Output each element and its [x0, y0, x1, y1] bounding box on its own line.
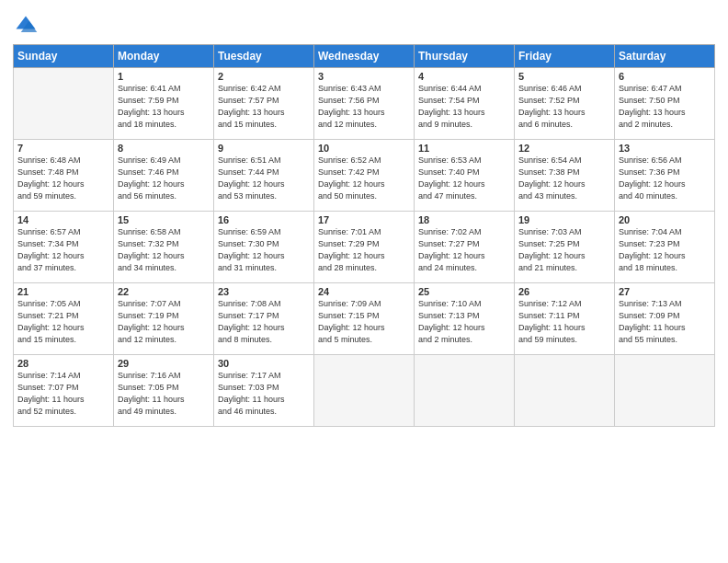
day-cell: 18Sunrise: 7:02 AM Sunset: 7:27 PM Dayli… [415, 212, 515, 283]
day-info: Sunrise: 6:52 AM Sunset: 7:42 PM Dayligh… [318, 155, 410, 202]
day-cell: 11Sunrise: 6:53 AM Sunset: 7:40 PM Dayli… [415, 140, 515, 212]
day-info: Sunrise: 6:49 AM Sunset: 7:46 PM Dayligh… [118, 155, 210, 202]
day-info: Sunrise: 6:54 AM Sunset: 7:38 PM Dayligh… [518, 155, 610, 202]
day-info: Sunrise: 6:42 AM Sunset: 7:57 PM Dayligh… [218, 83, 310, 131]
day-info: Sunrise: 6:57 AM Sunset: 7:34 PM Dayligh… [17, 226, 109, 274]
day-cell: 6Sunrise: 6:47 AM Sunset: 7:50 PM Daylig… [615, 68, 715, 140]
day-info: Sunrise: 6:53 AM Sunset: 7:40 PM Dayligh… [418, 155, 510, 202]
day-cell: 19Sunrise: 7:03 AM Sunset: 7:25 PM Dayli… [515, 212, 615, 283]
day-number: 1 [118, 71, 210, 82]
day-number: 27 [619, 286, 711, 297]
day-info: Sunrise: 6:59 AM Sunset: 7:30 PM Dayligh… [218, 226, 310, 274]
day-info: Sunrise: 7:04 AM Sunset: 7:23 PM Dayligh… [619, 226, 711, 274]
col-header-thursday: Thursday [415, 45, 515, 68]
day-cell: 2Sunrise: 6:42 AM Sunset: 7:57 PM Daylig… [214, 68, 314, 140]
day-info: Sunrise: 6:41 AM Sunset: 7:59 PM Dayligh… [118, 83, 210, 131]
day-number: 28 [17, 358, 109, 369]
day-cell: 23Sunrise: 7:08 AM Sunset: 7:17 PM Dayli… [214, 283, 314, 355]
day-number: 6 [619, 71, 711, 82]
day-info: Sunrise: 7:12 AM Sunset: 7:11 PM Dayligh… [518, 298, 610, 346]
day-cell [314, 355, 415, 427]
day-cell: 7Sunrise: 6:48 AM Sunset: 7:48 PM Daylig… [14, 140, 114, 212]
col-header-monday: Monday [114, 45, 214, 68]
day-number: 17 [318, 214, 410, 225]
logo [13, 13, 40, 39]
day-number: 16 [218, 214, 310, 225]
day-number: 4 [418, 71, 510, 82]
day-number: 25 [418, 286, 510, 297]
day-info: Sunrise: 7:08 AM Sunset: 7:17 PM Dayligh… [218, 298, 310, 346]
day-cell: 16Sunrise: 6:59 AM Sunset: 7:30 PM Dayli… [214, 212, 314, 283]
week-row-3: 14Sunrise: 6:57 AM Sunset: 7:34 PM Dayli… [14, 212, 715, 283]
day-cell: 24Sunrise: 7:09 AM Sunset: 7:15 PM Dayli… [314, 283, 415, 355]
day-info: Sunrise: 7:13 AM Sunset: 7:09 PM Dayligh… [619, 298, 711, 346]
day-info: Sunrise: 6:48 AM Sunset: 7:48 PM Dayligh… [17, 155, 109, 202]
day-cell: 22Sunrise: 7:07 AM Sunset: 7:19 PM Dayli… [114, 283, 214, 355]
day-number: 13 [619, 143, 711, 154]
day-cell [415, 355, 515, 427]
header-row: SundayMondayTuesdayWednesdayThursdayFrid… [14, 45, 715, 68]
day-info: Sunrise: 7:10 AM Sunset: 7:13 PM Dayligh… [418, 298, 510, 346]
day-info: Sunrise: 6:51 AM Sunset: 7:44 PM Dayligh… [218, 155, 310, 202]
day-cell: 13Sunrise: 6:56 AM Sunset: 7:36 PM Dayli… [615, 140, 715, 212]
day-info: Sunrise: 7:05 AM Sunset: 7:21 PM Dayligh… [17, 298, 109, 346]
day-info: Sunrise: 7:14 AM Sunset: 7:07 PM Dayligh… [17, 370, 109, 418]
day-number: 11 [418, 143, 510, 154]
day-cell: 15Sunrise: 6:58 AM Sunset: 7:32 PM Dayli… [114, 212, 214, 283]
day-number: 5 [518, 71, 610, 82]
col-header-wednesday: Wednesday [314, 45, 415, 68]
day-cell: 30Sunrise: 7:17 AM Sunset: 7:03 PM Dayli… [214, 355, 314, 427]
day-cell: 28Sunrise: 7:14 AM Sunset: 7:07 PM Dayli… [14, 355, 114, 427]
day-cell: 29Sunrise: 7:16 AM Sunset: 7:05 PM Dayli… [114, 355, 214, 427]
day-cell: 10Sunrise: 6:52 AM Sunset: 7:42 PM Dayli… [314, 140, 415, 212]
day-info: Sunrise: 6:43 AM Sunset: 7:56 PM Dayligh… [318, 83, 410, 131]
day-info: Sunrise: 7:09 AM Sunset: 7:15 PM Dayligh… [318, 298, 410, 346]
day-number: 9 [218, 143, 310, 154]
day-number: 14 [17, 214, 109, 225]
day-cell: 9Sunrise: 6:51 AM Sunset: 7:44 PM Daylig… [214, 140, 314, 212]
day-number: 3 [318, 71, 410, 82]
day-number: 10 [318, 143, 410, 154]
day-cell: 12Sunrise: 6:54 AM Sunset: 7:38 PM Dayli… [515, 140, 615, 212]
week-row-2: 7Sunrise: 6:48 AM Sunset: 7:48 PM Daylig… [14, 140, 715, 212]
day-info: Sunrise: 6:46 AM Sunset: 7:52 PM Dayligh… [518, 83, 610, 131]
week-row-1: 1Sunrise: 6:41 AM Sunset: 7:59 PM Daylig… [14, 68, 715, 140]
day-number: 21 [17, 286, 109, 297]
page: SundayMondayTuesdayWednesdayThursdayFrid… [0, 0, 728, 563]
col-header-friday: Friday [515, 45, 615, 68]
day-number: 29 [118, 358, 210, 369]
day-info: Sunrise: 6:47 AM Sunset: 7:50 PM Dayligh… [619, 83, 711, 131]
col-header-sunday: Sunday [14, 45, 114, 68]
day-number: 23 [218, 286, 310, 297]
day-cell: 14Sunrise: 6:57 AM Sunset: 7:34 PM Dayli… [14, 212, 114, 283]
day-info: Sunrise: 6:44 AM Sunset: 7:54 PM Dayligh… [418, 83, 510, 131]
calendar: SundayMondayTuesdayWednesdayThursdayFrid… [13, 44, 715, 427]
day-info: Sunrise: 7:02 AM Sunset: 7:27 PM Dayligh… [418, 226, 510, 274]
header [13, 9, 715, 39]
day-cell: 20Sunrise: 7:04 AM Sunset: 7:23 PM Dayli… [615, 212, 715, 283]
col-header-saturday: Saturday [615, 45, 715, 68]
day-number: 2 [218, 71, 310, 82]
week-row-5: 28Sunrise: 7:14 AM Sunset: 7:07 PM Dayli… [14, 355, 715, 427]
day-number: 22 [118, 286, 210, 297]
day-cell: 8Sunrise: 6:49 AM Sunset: 7:46 PM Daylig… [114, 140, 214, 212]
day-number: 20 [619, 214, 711, 225]
day-cell: 5Sunrise: 6:46 AM Sunset: 7:52 PM Daylig… [515, 68, 615, 140]
day-number: 15 [118, 214, 210, 225]
day-cell: 21Sunrise: 7:05 AM Sunset: 7:21 PM Dayli… [14, 283, 114, 355]
day-info: Sunrise: 7:03 AM Sunset: 7:25 PM Dayligh… [518, 226, 610, 274]
day-cell: 3Sunrise: 6:43 AM Sunset: 7:56 PM Daylig… [314, 68, 415, 140]
day-info: Sunrise: 7:07 AM Sunset: 7:19 PM Dayligh… [118, 298, 210, 346]
day-cell [14, 68, 114, 140]
day-number: 18 [418, 214, 510, 225]
day-info: Sunrise: 6:56 AM Sunset: 7:36 PM Dayligh… [619, 155, 711, 202]
day-number: 12 [518, 143, 610, 154]
col-header-tuesday: Tuesday [214, 45, 314, 68]
day-cell [615, 355, 715, 427]
day-cell: 26Sunrise: 7:12 AM Sunset: 7:11 PM Dayli… [515, 283, 615, 355]
day-number: 30 [218, 358, 310, 369]
day-number: 26 [518, 286, 610, 297]
day-info: Sunrise: 7:17 AM Sunset: 7:03 PM Dayligh… [218, 370, 310, 418]
day-number: 19 [518, 214, 610, 225]
day-cell: 25Sunrise: 7:10 AM Sunset: 7:13 PM Dayli… [415, 283, 515, 355]
